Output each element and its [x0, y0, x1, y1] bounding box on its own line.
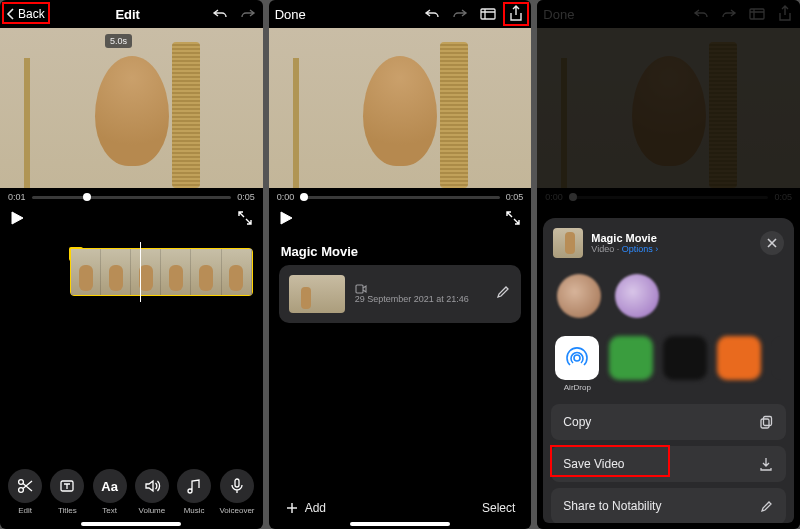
video-preview[interactable]	[269, 28, 532, 188]
app-blur-2[interactable]	[663, 336, 707, 392]
add-button[interactable]: Add	[285, 501, 326, 515]
bottom-bar: Add Select	[269, 501, 532, 515]
time-current: 0:01	[8, 192, 26, 202]
add-label: Add	[305, 501, 326, 515]
tool-edit[interactable]: Edit	[8, 469, 42, 515]
scrubber-track[interactable]	[300, 196, 500, 199]
fullscreen-icon[interactable]	[237, 210, 253, 230]
copy-icon	[758, 414, 774, 430]
fullscreen-icon[interactable]	[505, 210, 521, 230]
video-preview[interactable]: 5.0s	[0, 28, 263, 188]
svg-rect-3	[235, 479, 239, 487]
home-indicator[interactable]	[350, 522, 450, 526]
action-save-video[interactable]: Save Video	[551, 446, 786, 482]
toolbar: Edit Titles Aa Text Volume Music Voiceov…	[0, 469, 263, 515]
redo-icon[interactable]	[451, 5, 469, 23]
share-sheet: Magic Movie Video · Options › AirDrop	[543, 218, 794, 523]
playhead[interactable]	[140, 242, 141, 302]
title: Edit	[45, 7, 211, 22]
done-button[interactable]: Done	[275, 7, 306, 22]
volume-icon	[135, 469, 169, 503]
options-link[interactable]: Options ›	[622, 244, 659, 254]
tool-text[interactable]: Aa Text	[93, 469, 127, 515]
svg-rect-5	[356, 285, 363, 293]
topbar: Back Edit	[0, 0, 263, 28]
sheet-thumbnail	[553, 228, 583, 258]
svg-rect-4	[481, 9, 495, 19]
sheet-subtype: Video	[591, 244, 614, 254]
text-icon: Aa	[93, 469, 127, 503]
time-total: 0:05	[237, 192, 255, 202]
action-share-notability[interactable]: Share to Notability	[551, 488, 786, 523]
edit-pencil-icon[interactable]	[495, 284, 511, 304]
play-button[interactable]	[10, 211, 24, 229]
svg-point-0	[19, 480, 24, 485]
apps-row: AirDrop	[543, 328, 794, 404]
notability-icon	[758, 498, 774, 514]
svg-point-1	[19, 488, 24, 493]
project-date: 29 September 2021 at 21:46	[355, 294, 469, 304]
tool-volume[interactable]: Volume	[135, 469, 169, 515]
action-copy[interactable]: Copy	[551, 404, 786, 440]
contact-avatar[interactable]	[615, 274, 659, 318]
select-button[interactable]: Select	[482, 501, 515, 515]
contact-avatar[interactable]	[557, 274, 601, 318]
tool-music[interactable]: Music	[177, 469, 211, 515]
project-thumbnail	[289, 275, 345, 313]
video-icon	[355, 284, 367, 294]
tool-titles[interactable]: Titles	[50, 469, 84, 515]
home-indicator[interactable]	[81, 522, 181, 526]
sheet-title: Magic Movie	[591, 232, 752, 244]
section-title: Magic Movie	[269, 234, 532, 265]
music-icon	[177, 469, 211, 503]
close-button[interactable]	[760, 231, 784, 255]
tool-voiceover[interactable]: Voiceover	[219, 469, 254, 515]
project-card[interactable]: 29 September 2021 at 21:46	[279, 265, 522, 323]
clip-duration-badge: 5.0s	[105, 34, 132, 48]
storyboard-icon[interactable]	[479, 5, 497, 23]
app-more[interactable]	[771, 336, 794, 392]
time-current: 0:00	[277, 192, 295, 202]
svg-rect-8	[761, 419, 769, 428]
time-total: 0:05	[506, 192, 524, 202]
redo-icon[interactable]	[239, 5, 257, 23]
svg-rect-9	[764, 417, 772, 426]
app-airdrop[interactable]: AirDrop	[555, 336, 599, 392]
scrubber-track[interactable]	[32, 196, 232, 199]
topbar: Done	[269, 0, 532, 28]
scissors-icon	[8, 469, 42, 503]
screen-project: Done 0:00 0:05 Magic Movie 29 Sep	[269, 0, 532, 529]
contacts-row	[543, 268, 794, 328]
download-icon	[758, 456, 774, 472]
scrubber[interactable]: 0:01 0:05	[0, 188, 263, 206]
timeline[interactable]: T	[0, 242, 263, 306]
undo-icon[interactable]	[423, 5, 441, 23]
mic-icon	[220, 469, 254, 503]
app-blur-1[interactable]	[609, 336, 653, 392]
scrubber[interactable]: 0:00 0:05	[269, 188, 532, 206]
titles-icon	[50, 469, 84, 503]
screen-edit: Back Edit 5.0s 0:01 0:05 T	[0, 0, 263, 529]
share-icon[interactable]	[507, 5, 525, 23]
back-button[interactable]: Back	[6, 7, 45, 21]
svg-point-7	[574, 355, 580, 361]
back-label: Back	[18, 7, 45, 21]
undo-icon[interactable]	[211, 5, 229, 23]
app-blur-3[interactable]	[717, 336, 761, 392]
airdrop-icon	[555, 336, 599, 380]
clip-strip[interactable]: T	[70, 248, 253, 296]
play-button[interactable]	[279, 211, 293, 229]
screen-share-sheet: Done 0:00 0:05 Magic Movie Video · Optio…	[537, 0, 800, 529]
